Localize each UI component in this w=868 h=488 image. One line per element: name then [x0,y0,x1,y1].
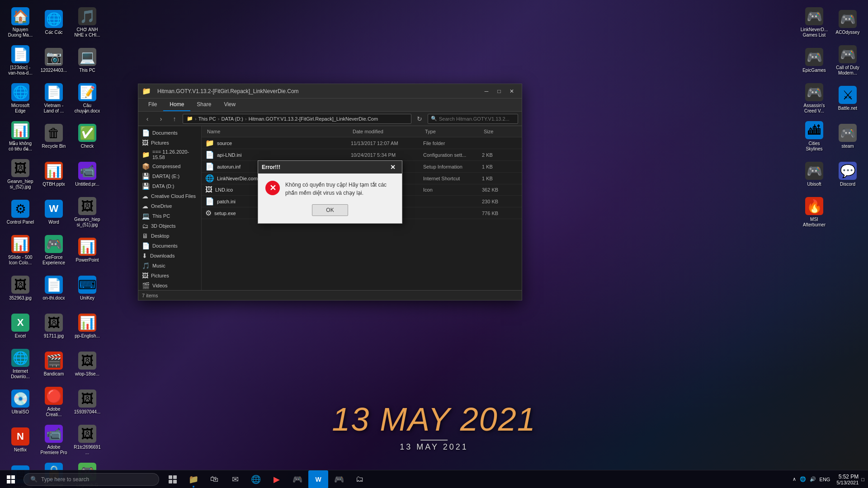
sidebar-item-pictures[interactable]: 🖼 Pictures [138,138,201,148]
back-button[interactable]: ‹ [142,113,153,124]
notification-btn[interactable]: □ [861,477,864,482]
col-modified[interactable]: Date modified [351,128,423,135]
taskbar-app9[interactable]: 🗂 [350,470,370,488]
sidebar-item-data-d[interactable]: 💾 DATA (D:) [138,181,201,191]
desktop-icon-premiere[interactable]: 📹 Adobe Premiere Pro [38,422,70,458]
start-button[interactable] [0,470,22,488]
desktop-icon-9slide[interactable]: 📊 9Slide - 500 Icon Colo... [5,232,36,268]
desktop-icon-mau[interactable]: 📊 Mẫu không có tiêu đề... [5,118,36,155]
sidebar-item-desktop[interactable]: 🖥 Desktop [138,231,201,241]
desktop-icon-geforce[interactable]: 🎮 GeForce Experience [38,232,70,268]
sidebar-item-11262020[interactable]: 📁 === 11.26.2020-15.58 [138,148,201,161]
desktop-icon-recycle[interactable]: 🗑 Recycle Bin [38,118,70,155]
taskbar-app8[interactable]: 🎮 [329,470,349,488]
taskbar-task-view[interactable] [163,470,183,488]
desktop-icon-91711[interactable]: 🖼 91711.jpg [38,308,70,344]
desktop-icon-epicgames[interactable]: 🎮 EpicGames [798,42,830,79]
forward-button[interactable]: › [156,113,166,124]
taskbar-youtube[interactable]: ▶ [267,470,287,488]
tray-network[interactable]: 🌐 [800,476,806,482]
taskbar-origin[interactable]: 🎮 [288,470,307,488]
desktop-icon-discord[interactable]: 💬 Discord [832,156,863,192]
explorer-search[interactable]: 🔍 Search Hitman.GOTY.V1.13.2... [428,114,518,124]
sidebar-item-pics2[interactable]: 🖼 Pictures [138,271,201,281]
desktop-icon-assassins[interactable]: 🎮 Assassin's Creed V... [798,80,830,117]
taskbar-word[interactable]: W [308,470,328,488]
address-path[interactable]: 📁 › This PC › DATA (D:) › Hitman.GOTY.V1… [183,114,411,124]
ribbon-tab-view[interactable]: View [217,99,242,111]
desktop-icon-word[interactable]: W Word [38,194,70,230]
desktop-icon-r1tc[interactable]: 🖼 R1tc2696691... [71,422,103,458]
desktop-icon-netflix[interactable]: N Netflix [5,422,36,458]
col-name[interactable]: Name [205,128,351,135]
desktop-icon-untitled-pr[interactable]: 📹 Untitled.pr... [71,156,103,192]
desktop-icon-photo1[interactable]: 📷 120224403... [38,42,70,79]
desktop-icon-bandicam[interactable]: 🎬 Bandicam [38,346,70,382]
desktop-icon-vietnam[interactable]: 📄 Vietnam - Land of ... [38,80,70,117]
desktop-icon-cities[interactable]: 🏙 Cities Skylines [798,118,830,155]
minimize-button[interactable]: ─ [480,85,493,98]
desktop-icon-coccoc[interactable]: 🌐 Cốc Cốc [38,5,70,41]
sidebar-item-compressed[interactable]: 📦 Compressed [138,161,201,171]
file-row-api-lnd[interactable]: 📄 api-LND.ini 10/24/2017 5:34 PM Configu… [202,149,522,161]
close-button[interactable]: ✕ [505,85,518,98]
sidebar-item-creative-cloud[interactable]: ☁ Creative Cloud Files [138,191,201,201]
desktop-icon-thispc[interactable]: 💻 This PC [71,42,103,79]
desktop-icon-steam[interactable]: 🎮 steam [832,118,863,155]
desktop-icon-battlenet[interactable]: ⚔ Battle.net [832,80,863,117]
taskbar-file-explorer[interactable]: 📁 [184,470,203,488]
desktop-icon-ubisoft[interactable]: 🎮 Ubisoft [798,156,830,192]
maximize-button[interactable]: □ [493,85,505,98]
desktop-icon-control[interactable]: ⚙ Control Panel [5,194,36,230]
desktop-icon-gearvn51[interactable]: 🖼 Gearvn_hiepsi_(51).jpg [71,194,103,230]
desktop-icon-check[interactable]: ✅ Check [71,118,103,155]
desktop-icon-352963[interactable]: 🖼 352963.jpg [5,270,36,306]
sidebar-item-videos[interactable]: 🎬 Videos [138,281,201,290]
desktop-icon-msi[interactable]: 🔥 MSI Afterburner [798,194,830,230]
ribbon-tab-share[interactable]: Share [190,99,217,111]
desktop-icon-ultraiso[interactable]: 💿 UltraISO [5,384,36,420]
sidebar-item-3d[interactable]: 🗂 3D Objects [138,221,201,231]
dialog-ok-button[interactable]: OK [312,204,348,216]
desktop-icon-159397044[interactable]: 🖼 159397044... [71,384,103,420]
desktop-icon-adobe-creative[interactable]: 🔴 Adobe Creati... [38,384,70,420]
desktop-icon-wlop[interactable]: 🖼 wlop-18se... [71,346,103,382]
desktop-icon-acodyssey[interactable]: 🎮 ACOdyssey [832,5,863,41]
sidebar-item-thispc[interactable]: 💻 This PC [138,211,201,221]
up-button[interactable]: ↑ [169,113,180,124]
taskbar-mail[interactable]: ✉ [225,470,245,488]
desktop-icon-unikey[interactable]: ⌨ UniKey [71,270,103,306]
desktop-icon-cho-anh[interactable]: 🎵 CHỜ ANH NHE x CHI... [71,5,103,41]
desktop-icon-excel[interactable]: X Excel [5,308,36,344]
sidebar-item-documents[interactable]: 📄 Documents [138,128,201,138]
ribbon-tab-home[interactable]: Home [163,99,190,111]
desktop-icon-call-of-duty[interactable]: 🎮 Call of Duty Modern... [832,42,863,79]
taskbar-store[interactable]: 🛍 [204,470,224,488]
desktop-icon-internet[interactable]: 🌐 Internet Downlo... [5,346,36,382]
sidebar-item-downloads[interactable]: ⬇ Downloads [138,251,201,261]
sidebar-item-darta-e[interactable]: 💾 DARTA] (E:) [138,171,201,181]
desktop-icon-123doc[interactable]: 📄 [123doc] - van-hoa-d... [5,42,36,79]
sidebar-item-music[interactable]: 🎵 Music [138,261,201,271]
desktop-icon-qtbh[interactable]: 📊 QTBH.pptx [38,156,70,192]
col-type[interactable]: Type [423,128,482,135]
desktop-icon-edge[interactable]: 🌐 Microsoft Edge [5,80,36,117]
taskbar-edge[interactable]: 🌐 [246,470,266,488]
desktop-icon-pp-english[interactable]: 📊 pp-English... [71,308,103,344]
file-row-source[interactable]: 📁 source 11/13/2017 12:07 AM File folder [202,137,522,149]
tray-arrow[interactable]: ∧ [793,476,796,482]
taskbar-clock[interactable]: 5:52 PM 5/13/2021 [836,474,859,485]
tray-language[interactable]: ENG [820,477,830,482]
dialog-close-button[interactable]: ✕ [387,162,398,173]
desktop-icon-ppt[interactable]: 📊 PowerPoint [71,232,103,268]
desktop-icon-onthi[interactable]: 📄 on-thi.docx [38,270,70,306]
ribbon-tab-file[interactable]: File [142,99,163,111]
sidebar-item-onedrive[interactable]: ☁ OneDrive [138,201,201,211]
taskbar-search-box[interactable]: 🔍 Type here to search [24,473,159,486]
col-size[interactable]: Size [482,128,518,135]
desktop-icon-gearvn52[interactable]: 🖼 Gearvn_hiepsi_(52).jpg [5,156,36,192]
tray-volume[interactable]: 🔊 [810,476,816,482]
desktop-icon-linknever-games[interactable]: 🎮 LinkNeverD... Games List [798,5,830,41]
sidebar-item-docs2[interactable]: 📄 Documents [138,241,201,251]
desktop-icon-cau-chuyen[interactable]: 📝 Câu chuyện.docx [71,80,103,117]
